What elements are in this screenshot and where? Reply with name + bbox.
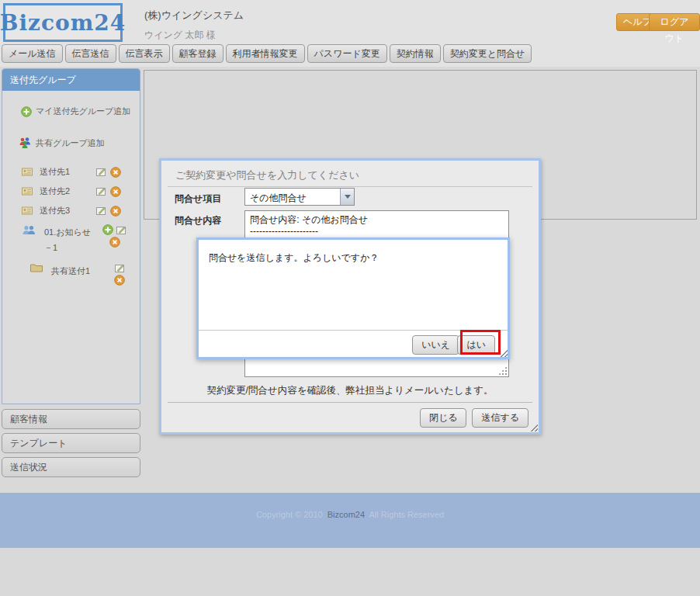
logo[interactable]: Bizcom24: [3, 3, 123, 42]
add-my-group-label: マイ送付先グループ追加: [36, 106, 130, 117]
edit-icon[interactable]: [116, 224, 126, 235]
people-group-icon: [19, 137, 32, 149]
group-row: 送付先2: [22, 185, 121, 197]
delete-icon[interactable]: [110, 167, 121, 178]
add-shared-group-item[interactable]: 共有グループ追加: [19, 137, 105, 149]
group-label[interactable]: 送付先1: [40, 166, 92, 178]
shared-group-actions: [114, 263, 125, 286]
contact-card-icon: [22, 206, 33, 215]
sidebar-section-customer-info[interactable]: 顧客情報: [2, 409, 140, 429]
chevron-down-icon[interactable]: [340, 189, 354, 205]
tab-message-view[interactable]: 伝言表示: [119, 44, 170, 63]
confirm-resize-grip-icon[interactable]: [498, 348, 508, 357]
confirm-message: 問合せを送信します。よろしいですか？: [209, 251, 379, 265]
plus-icon[interactable]: [102, 224, 113, 235]
copyright-prefix: Copyright © 2010: [256, 510, 323, 519]
yes-button[interactable]: はい: [457, 335, 495, 355]
add-shared-group-label: 共有グループ追加: [36, 137, 105, 149]
tab-customer-register[interactable]: 顧客登録: [172, 44, 224, 63]
confirm-dialog: 問合せを送信します。よろしいですか？ いいえ はい: [196, 237, 510, 359]
copyright-suffix: All Rights Reserved: [369, 510, 444, 519]
notice-group-label[interactable]: 01.お知らせ －1: [44, 224, 99, 255]
inquiry-type-selected-value: その他問合せ: [245, 189, 340, 205]
tab-mail-send[interactable]: メール送信: [2, 44, 63, 63]
notice-group-line2: －1: [44, 243, 57, 252]
shared-group-row: 共有送付1: [30, 263, 125, 286]
inquiry-dialog-footer: 閉じる 送信する: [420, 408, 528, 428]
footer-brand: Bizcom24: [327, 510, 365, 519]
company-name: (株)ウイングシステム: [144, 9, 244, 23]
contact-card-icon: [22, 168, 33, 176]
inquiry-content-label: 問合せ内容: [175, 214, 221, 227]
user-name: ウイング 太郎 様: [144, 29, 216, 42]
inquiry-dialog: ご契約変更や問合せを入力してください 問合せ項目 その他問合せ 問合せ内容 問合…: [159, 158, 541, 435]
edit-icon[interactable]: [95, 186, 106, 196]
nav-tab-bar: メール送信 伝言送信 伝言表示 顧客登録 利用者情報変更 パスワード変更 契約情…: [2, 44, 532, 63]
inquiry-dialog-title: ご契約変更や問合せを入力してください: [175, 168, 359, 182]
app-root: Bizcom24 (株)ウイングシステム ウイング 太郎 様 ヘルプ ログアウト…: [0, 0, 700, 596]
delete-icon[interactable]: [110, 186, 121, 197]
shared-group-label[interactable]: 共有送付1: [51, 265, 110, 277]
sidebar-section-send-status[interactable]: 送信状況: [2, 457, 140, 477]
sidebar: 送付先グループ マイ送付先グループ追加 共有グループ追加 送付先1: [2, 68, 140, 404]
footer: Copyright © 2010 Bizcom24 All Rights Res…: [0, 493, 700, 548]
submit-button[interactable]: 送信する: [472, 408, 528, 428]
logout-button[interactable]: ログアウト: [649, 13, 700, 31]
inquiry-type-label: 問合せ項目: [175, 192, 221, 206]
plus-icon: [21, 106, 32, 117]
edit-icon[interactable]: [114, 263, 125, 273]
tab-password-change[interactable]: パスワード変更: [307, 44, 387, 63]
tab-message-send[interactable]: 伝言送信: [65, 44, 116, 63]
sidebar-section-template[interactable]: テンプレート: [2, 433, 140, 453]
close-button[interactable]: 閉じる: [420, 408, 467, 428]
no-button[interactable]: いいえ: [412, 335, 459, 355]
delete-icon[interactable]: [110, 206, 121, 217]
tab-contract-change-inquiry[interactable]: 契約変更と問合せ: [443, 44, 532, 63]
divider: [168, 186, 532, 187]
tab-contract-info[interactable]: 契約情報: [390, 44, 441, 63]
delete-icon[interactable]: [102, 237, 126, 248]
edit-icon[interactable]: [95, 206, 106, 216]
sidebar-title: 送付先グループ: [2, 69, 140, 91]
inquiry-dialog-note: 契約変更/問合せ内容を確認後、弊社担当よりメールいたします。: [161, 384, 539, 397]
group-row: 送付先3: [22, 205, 121, 217]
page-bottom-strip: [0, 548, 700, 596]
divider: [168, 402, 532, 403]
folder-icon: [30, 263, 43, 272]
notice-group-row: 01.お知らせ －1: [22, 224, 126, 255]
tab-user-info-change[interactable]: 利用者情報変更: [226, 44, 305, 63]
group-label[interactable]: 送付先3: [40, 205, 92, 217]
edit-icon[interactable]: [95, 167, 106, 177]
logo-text: Bizcom24: [0, 10, 126, 36]
group-label[interactable]: 送付先2: [40, 185, 92, 197]
contact-card-icon: [22, 187, 33, 196]
users-icon: [22, 224, 36, 237]
delete-icon[interactable]: [114, 275, 125, 286]
divider: [199, 330, 508, 331]
notice-group-line1: 01.お知らせ: [44, 227, 91, 237]
group-row: 送付先1: [22, 166, 121, 178]
add-my-group-item[interactable]: マイ送付先グループ追加: [21, 106, 130, 117]
inquiry-type-select[interactable]: その他問合せ: [244, 188, 355, 206]
notice-group-actions: [102, 224, 126, 248]
dialog-resize-grip-icon[interactable]: [528, 422, 538, 431]
